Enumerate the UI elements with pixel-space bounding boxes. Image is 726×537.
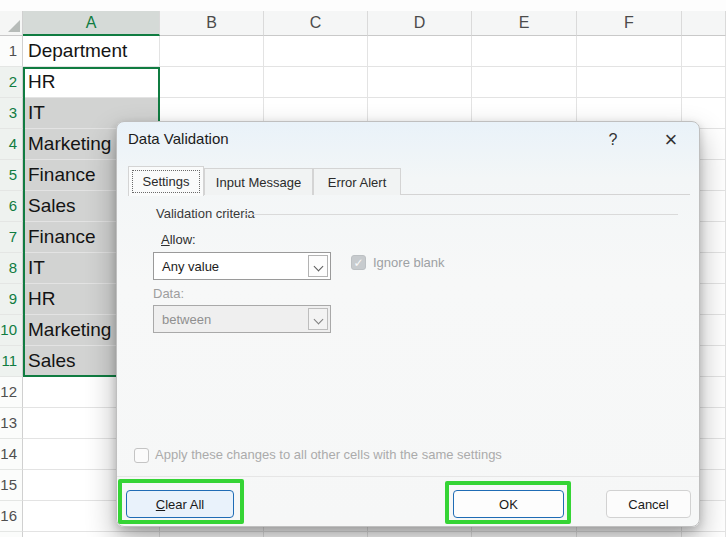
cell-E2[interactable] (472, 67, 577, 98)
cell-D1[interactable] (368, 36, 472, 67)
cell-F17[interactable] (577, 532, 682, 537)
row-header-2[interactable]: 2 (0, 67, 23, 98)
cell-B2[interactable] (160, 67, 264, 98)
allow-mnemonic: A (161, 232, 170, 247)
row-header-7[interactable]: 7 (0, 222, 23, 253)
cell-A17[interactable] (23, 532, 160, 537)
allow-label: Allow: (161, 232, 196, 247)
row-header-9[interactable]: 9 (0, 284, 23, 315)
clear-all-mnemonic: C (156, 497, 165, 512)
chevron-down-icon (314, 262, 324, 272)
data-dropdown-value: between (162, 312, 211, 327)
cell-B17[interactable] (160, 532, 264, 537)
data-label: Data: (153, 286, 184, 301)
cell-C1[interactable] (264, 36, 368, 67)
chevron-down-icon (314, 315, 324, 325)
column-header-B[interactable]: B (160, 11, 264, 36)
column-header-C[interactable]: C (264, 11, 368, 36)
column-header-partial[interactable] (682, 11, 726, 36)
row-header-16[interactable]: 16 (0, 501, 23, 532)
tab-input-message-label: Input Message (216, 175, 301, 190)
cell-A2[interactable]: HR (23, 67, 160, 98)
cell-E1[interactable] (472, 36, 577, 67)
data-dropdown: between (153, 305, 331, 333)
select-all-button[interactable] (0, 11, 23, 36)
column-header-A[interactable]: A (23, 11, 160, 36)
row-header-15[interactable]: 15 (0, 470, 23, 501)
cell-C2[interactable] (264, 67, 368, 98)
allow-label-rest: llow: (170, 232, 196, 247)
row-header-partial[interactable] (0, 532, 23, 537)
cell-D2[interactable] (368, 67, 472, 98)
column-header-E[interactable]: E (472, 11, 577, 36)
column-header-F[interactable]: F (577, 11, 682, 36)
cell-G2[interactable] (682, 67, 726, 98)
focus-ring (132, 170, 200, 193)
cell-D17[interactable] (368, 532, 472, 537)
row-header-13[interactable]: 13 (0, 408, 23, 439)
allow-dropdown-value: Any value (162, 259, 219, 274)
cell-C17[interactable] (264, 532, 368, 537)
dropdown-button[interactable] (308, 255, 328, 277)
footer-divider (117, 476, 699, 477)
clear-all-button[interactable]: Clear All (126, 490, 234, 518)
help-icon[interactable]: ? (598, 127, 628, 153)
ignore-blank-label: Ignore blank (373, 255, 445, 270)
cell-F2[interactable] (577, 67, 682, 98)
tab-strip: Settings Input Message Error Alert (128, 166, 690, 195)
validation-criteria-label: Validation criteria (156, 206, 255, 221)
row-header-14[interactable]: 14 (0, 439, 23, 470)
row-header-11[interactable]: 11 (0, 346, 23, 377)
row-header-1[interactable]: 1 (0, 36, 23, 67)
row-header-4[interactable]: 4 (0, 129, 23, 160)
cell-G17[interactable] (682, 532, 726, 537)
clear-all-label-rest: lear All (165, 497, 204, 512)
tab-error-alert[interactable]: Error Alert (313, 168, 401, 195)
group-divider (243, 214, 678, 215)
ignore-blank-checkbox[interactable]: ✓ (351, 255, 366, 270)
ok-button[interactable]: OK (453, 490, 564, 518)
cell-A1[interactable]: Department (23, 36, 160, 67)
dialog-title: Data Validation (128, 130, 229, 147)
select-all-icon (8, 20, 20, 32)
column-header-D[interactable]: D (368, 11, 472, 36)
apply-changes-checkbox[interactable] (134, 448, 149, 463)
apply-changes-label: Apply these changes to all other cells w… (155, 447, 635, 462)
dropdown-button (308, 308, 328, 330)
cell-G1[interactable] (682, 36, 726, 67)
cell-F1[interactable] (577, 36, 682, 67)
tab-error-alert-label: Error Alert (328, 175, 387, 190)
cancel-button[interactable]: Cancel (606, 490, 691, 518)
tab-input-message[interactable]: Input Message (204, 168, 313, 195)
row-header-6[interactable]: 6 (0, 191, 23, 222)
cell-B1[interactable] (160, 36, 264, 67)
cell-E17[interactable] (472, 532, 577, 537)
data-validation-dialog: Data Validation ? × Settings Input Messa… (116, 121, 700, 527)
row-header-10[interactable]: 10 (0, 315, 23, 346)
excel-window: ABCDEF12345678910111213141516DepartmentH… (0, 0, 726, 537)
row-header-12[interactable]: 12 (0, 377, 23, 408)
allow-dropdown[interactable]: Any value (153, 252, 331, 280)
row-header-3[interactable]: 3 (0, 98, 23, 129)
row-header-5[interactable]: 5 (0, 160, 23, 191)
close-icon[interactable]: × (656, 127, 686, 153)
row-header-8[interactable]: 8 (0, 253, 23, 284)
tab-settings[interactable]: Settings (128, 166, 204, 196)
